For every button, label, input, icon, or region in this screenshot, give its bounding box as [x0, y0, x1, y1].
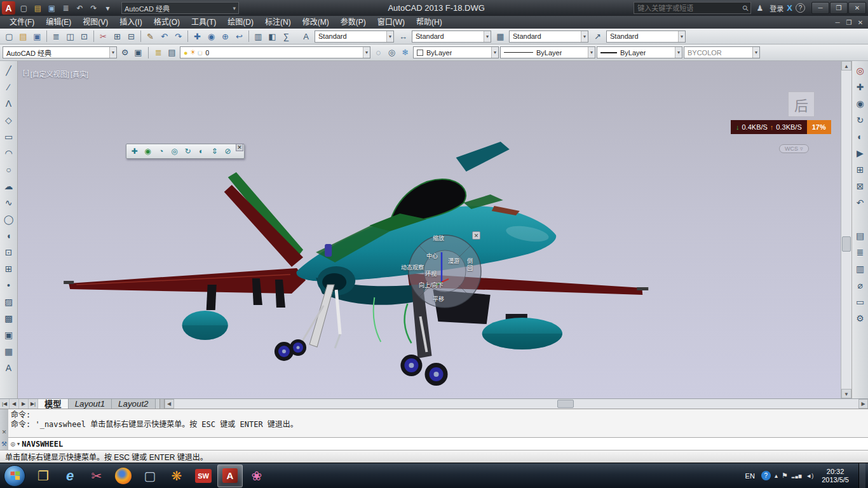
menu-edit[interactable]: 编辑(E) [40, 16, 77, 29]
copy-icon[interactable]: ⊞ [111, 30, 124, 43]
revision-cloud-icon[interactable]: ☁ [1, 178, 17, 194]
cut-icon[interactable]: ✂ [97, 30, 110, 43]
spline-icon[interactable]: ∿ [1, 194, 17, 211]
point-icon[interactable]: • [1, 277, 17, 294]
taskbar-sw-app-icon[interactable]: SW [191, 464, 216, 487]
recent-commands-icon[interactable]: ◎ [11, 440, 15, 448]
taskbar-clock[interactable]: 20:32 2013/5/5 [818, 468, 853, 484]
chevron-down-icon[interactable]: ▾ [581, 31, 588, 42]
clip-planes-icon[interactable]: ⊘ [221, 145, 234, 158]
plotstyle-combo[interactable]: BYCOLOR ▾ [684, 46, 760, 58]
menu-modify[interactable]: 修改(M) [297, 16, 335, 29]
menu-view[interactable]: 视图(V) [77, 16, 114, 29]
layers-panel-icon[interactable]: ≣ [853, 244, 868, 261]
circle-icon[interactable]: ○ [1, 161, 17, 178]
properties-panel-icon[interactable]: ▥ [853, 261, 868, 277]
wheel-zoom-wedge[interactable]: 缩放 [433, 234, 444, 242]
measure-icon[interactable]: ⌀ [853, 277, 868, 294]
close-icon[interactable]: ✕ [236, 144, 243, 151]
dim-style-icon[interactable]: ↔ [397, 30, 410, 43]
text-style-icon[interactable]: A [299, 30, 313, 43]
wheel-walk-wedge[interactable]: 漫游 [448, 257, 459, 265]
swivel-icon[interactable]: ◐ [194, 145, 208, 158]
prev-tab-icon[interactable]: ◀ [10, 399, 19, 409]
viewport-visual-style-control[interactable]: [真实] [71, 69, 88, 79]
taskbar-window-app-icon[interactable]: ▢ [137, 464, 163, 487]
plot-icon[interactable]: ≣ [59, 1, 72, 15]
menu-parametric[interactable]: 参数(P) [335, 16, 372, 29]
chevron-down-icon[interactable]: ▾ [386, 31, 393, 42]
wheel-rewind-wedge[interactable]: 倒回 [466, 258, 474, 272]
download-monitor-widget[interactable]: ↓ 0.4KB/S ↑ 0.3KB/S 17% [731, 120, 831, 134]
taskbar-snip-icon[interactable]: ✂ [84, 464, 109, 487]
doc-minimize-button[interactable]: ─ [832, 19, 843, 26]
clipboard-panel-icon[interactable]: ▤ [853, 227, 868, 244]
download-progress-badge[interactable]: 17% [807, 120, 831, 134]
zoom-previous-icon[interactable]: ↩ [233, 30, 246, 43]
next-tab-icon[interactable]: ▶ [19, 399, 29, 409]
close-icon[interactable]: ✕ [2, 429, 7, 435]
menu-dimension[interactable]: 标注(N) [259, 16, 297, 29]
taskbar-orange-app-icon[interactable]: ❋ [164, 464, 189, 487]
polygon-icon[interactable]: ◇ [1, 112, 17, 128]
linetype-combo[interactable]: ByLayer ▾ [500, 46, 595, 58]
chevron-down-icon[interactable]: ▾ [363, 47, 370, 58]
close-button[interactable]: ✕ [848, 2, 866, 14]
chevron-down-icon[interactable]: ▾ [678, 31, 685, 42]
ellipse-icon[interactable]: ◯ [1, 211, 17, 227]
layer-properties-icon[interactable]: ≣ [152, 46, 165, 59]
command-history[interactable]: 命令: 命令: '_navswheel 单击鼠标右键显示快捷菜单。按 ESC 键… [8, 409, 868, 437]
scroll-left-icon[interactable]: ◀ [165, 399, 174, 409]
menu-help[interactable]: 帮助(H) [410, 16, 448, 29]
steering-wheel[interactable]: 缩放 中心 漫游 动态观察 环视 向上/向下 平移 倒回 ✕ [397, 224, 492, 319]
workspaces-combo[interactable]: AutoCAD 经典 ▾ [3, 46, 117, 58]
insert-block-icon[interactable]: ⊡ [1, 244, 17, 261]
save-icon[interactable]: ▣ [31, 30, 44, 43]
workspace-settings-icon[interactable]: ⚙ [118, 46, 132, 59]
properties-icon[interactable]: ▥ [252, 30, 265, 43]
gradient-icon[interactable]: ▩ [1, 310, 17, 327]
search-icon[interactable]: ⚲ [738, 1, 752, 15]
customize-icon[interactable]: ⚒ [1, 440, 7, 447]
chevron-down-icon[interactable]: ▾ [675, 47, 682, 58]
wheel-pan-wedge[interactable]: 平移 [433, 295, 444, 303]
plot-preview-icon[interactable]: ◫ [64, 30, 77, 43]
taskbar-firefox-icon[interactable] [111, 464, 136, 487]
paste-icon[interactable]: ⊟ [125, 30, 138, 43]
constrained-orbit-icon[interactable]: ◔ [154, 145, 168, 158]
zoom-icon[interactable]: ◉ [853, 95, 868, 112]
taskbar-explorer-icon[interactable]: ❐ [31, 464, 56, 487]
arc-icon[interactable]: ◠ [1, 145, 17, 161]
wcs-indicator[interactable]: WCS ▿ [779, 144, 809, 153]
ellipse-arc-icon[interactable]: ◖ [1, 227, 17, 244]
layer-combo[interactable]: ●☀■ 0 ▾ [180, 46, 370, 58]
maximize-button[interactable]: ❐ [830, 2, 848, 14]
workspace-switcher-combo[interactable]: AutoCAD 经典 ▾ [121, 2, 239, 14]
table-icon[interactable]: ▦ [1, 343, 17, 360]
quickcalc-icon[interactable]: ∑ [280, 30, 293, 43]
qat-menu-icon[interactable]: ▾ [101, 1, 114, 15]
make-layer-current-icon[interactable]: ◌ [372, 46, 385, 59]
menu-tools[interactable]: 工具(T) [186, 16, 222, 29]
publish-icon[interactable]: ⊡ [78, 30, 91, 43]
menu-window[interactable]: 窗口(W) [372, 16, 410, 29]
plot-icon[interactable]: ≣ [50, 30, 63, 43]
adjust-distance-icon[interactable]: ⇕ [208, 145, 221, 158]
minimize-button[interactable]: ─ [811, 2, 829, 14]
chevron-down-icon[interactable]: ▾ [588, 47, 595, 58]
network-icon[interactable]: ▂▄▆ [792, 473, 802, 478]
pan-icon[interactable]: ✚ [191, 30, 204, 43]
region-icon[interactable]: ▣ [1, 327, 17, 343]
wheel-orbit-wedge[interactable]: 动态观察 [401, 263, 424, 271]
wheel-look-wedge[interactable]: 环视 [425, 269, 437, 278]
render-settings-icon[interactable]: ⚙ [853, 310, 868, 327]
hidden-icons-arrow-icon[interactable]: ▴ [775, 472, 778, 479]
look-icon[interactable]: ◐ [853, 128, 868, 145]
scrollbar-thumb[interactable] [842, 236, 851, 252]
chevron-down-icon[interactable]: ▾ [17, 440, 21, 448]
navigation-wheel-icon[interactable]: ◎ [853, 62, 868, 79]
make-block-icon[interactable]: ⊞ [1, 261, 17, 277]
action-center-icon[interactable]: ⚑ [782, 471, 788, 480]
taskbar-ie-icon[interactable]: e [57, 464, 83, 487]
menu-file[interactable]: 文件(F) [4, 16, 40, 29]
